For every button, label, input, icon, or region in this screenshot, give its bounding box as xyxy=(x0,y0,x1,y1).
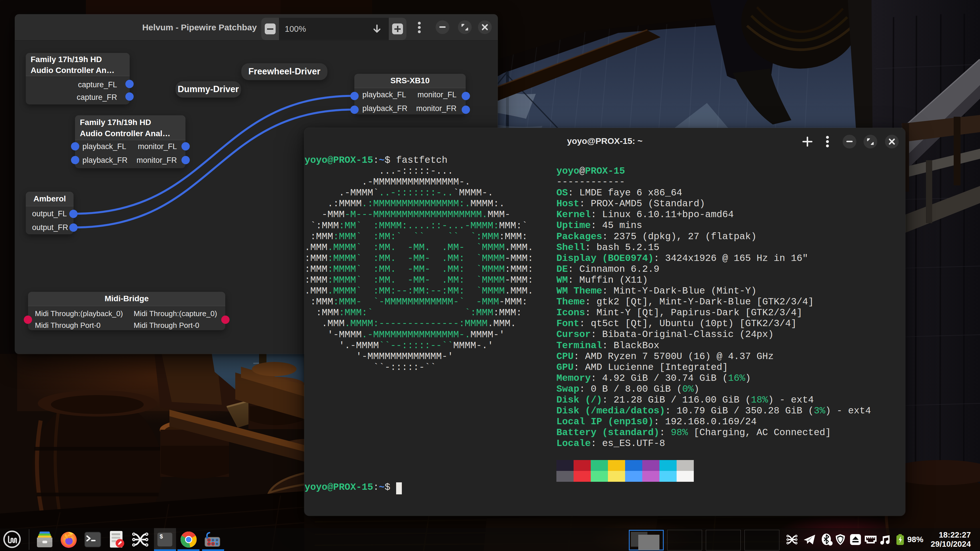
svg-text:$: $ xyxy=(160,533,163,540)
